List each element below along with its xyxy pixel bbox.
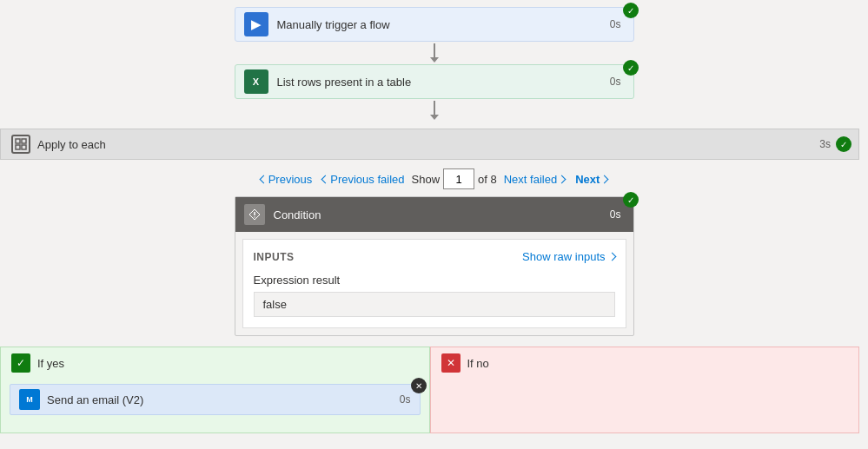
- excel-icon: X: [244, 69, 268, 94]
- send-email-card[interactable]: M Send an email (V2) 0s ✕: [10, 384, 421, 415]
- condition-card[interactable]: Condition 0s ✓ INPUTS Show raw inputs Ex…: [235, 196, 634, 336]
- send-email-icon: M: [19, 389, 40, 410]
- if-no-label: If no: [467, 357, 489, 370]
- inputs-label: INPUTS: [254, 251, 295, 263]
- previous-failed-button[interactable]: Previous failed: [319, 171, 407, 188]
- page-input[interactable]: [443, 168, 474, 189]
- excel-card[interactable]: X List rows present in a table 0s ✓: [235, 64, 634, 99]
- next-button[interactable]: Next: [572, 171, 611, 188]
- inputs-header: INPUTS Show raw inputs: [254, 250, 615, 263]
- show-raw-inputs-button[interactable]: Show raw inputs: [522, 250, 614, 263]
- show-label: Show: [412, 173, 441, 186]
- excel-label: List rows present in a table: [277, 76, 610, 89]
- next-failed-chevron-icon: [558, 175, 567, 183]
- condition-success-badge: ✓: [623, 192, 639, 208]
- if-yes-icon: ✓: [11, 353, 30, 373]
- apply-success-badge: ✓: [836, 136, 851, 152]
- condition-icon: [244, 204, 265, 225]
- trigger-label: Manually trigger a flow: [277, 18, 610, 31]
- apply-icon: [11, 135, 30, 154]
- trigger-time: 0s: [610, 18, 621, 30]
- next-failed-button[interactable]: Next failed: [500, 171, 568, 188]
- show-raw-chevron-icon: [607, 253, 616, 261]
- if-yes-label: If yes: [37, 357, 64, 370]
- next-chevron-icon: [600, 175, 609, 183]
- if-no-header: ✕ If no: [431, 347, 859, 379]
- excel-success-badge: ✓: [623, 60, 639, 76]
- prev-failed-chevron-icon: [321, 175, 330, 183]
- trigger-success-badge: ✓: [623, 3, 639, 18]
- svg-rect-3: [22, 145, 26, 149]
- connector-1: [430, 43, 439, 63]
- trigger-card[interactable]: ▶ Manually trigger a flow 0s ✓: [235, 7, 634, 42]
- previous-button[interactable]: Previous: [257, 171, 316, 188]
- condition-header: Condition 0s ✓: [235, 197, 633, 232]
- svg-point-5: [254, 216, 255, 217]
- navigation-row: Previous Previous failed Show of 8 Next …: [0, 160, 868, 196]
- expression-label: Expression result: [254, 274, 615, 287]
- svg-rect-1: [22, 139, 26, 143]
- previous-chevron-icon: [259, 175, 268, 183]
- if-yes-panel: ✓ If yes M Send an email (V2) 0s ✕: [0, 347, 430, 433]
- condition-wrapper: Condition 0s ✓ INPUTS Show raw inputs Ex…: [0, 196, 868, 336]
- if-no-icon: ✕: [441, 353, 461, 373]
- if-no-panel: ✕ If no: [430, 347, 860, 433]
- apply-time: 3s: [819, 138, 831, 150]
- condition-body: INPUTS Show raw inputs Expression result…: [242, 239, 626, 328]
- send-email-close-button[interactable]: ✕: [411, 378, 427, 393]
- apply-label: Apply to each: [37, 138, 106, 151]
- condition-time: 0s: [610, 208, 621, 221]
- top-cards-section: ▶ Manually trigger a flow 0s ✓ X List ro…: [0, 0, 868, 122]
- total-pages: of 8: [478, 173, 497, 186]
- svg-rect-2: [16, 145, 20, 149]
- connector-2: [430, 101, 439, 120]
- if-yes-header: ✓ If yes: [1, 347, 429, 379]
- apply-to-each-bar[interactable]: Apply to each 3s ✓: [0, 129, 859, 160]
- trigger-icon: ▶: [244, 12, 268, 36]
- expression-value: false: [254, 292, 615, 317]
- canvas: ▶ Manually trigger a flow 0s ✓ X List ro…: [0, 0, 868, 449]
- send-email-label: Send an email (V2): [47, 393, 400, 406]
- excel-time: 0s: [610, 76, 621, 88]
- bottom-panels: ✓ If yes M Send an email (V2) 0s ✕ ✕ If …: [0, 347, 859, 433]
- send-email-time: 0s: [400, 393, 411, 406]
- condition-title: Condition: [274, 208, 610, 221]
- svg-rect-0: [16, 139, 20, 143]
